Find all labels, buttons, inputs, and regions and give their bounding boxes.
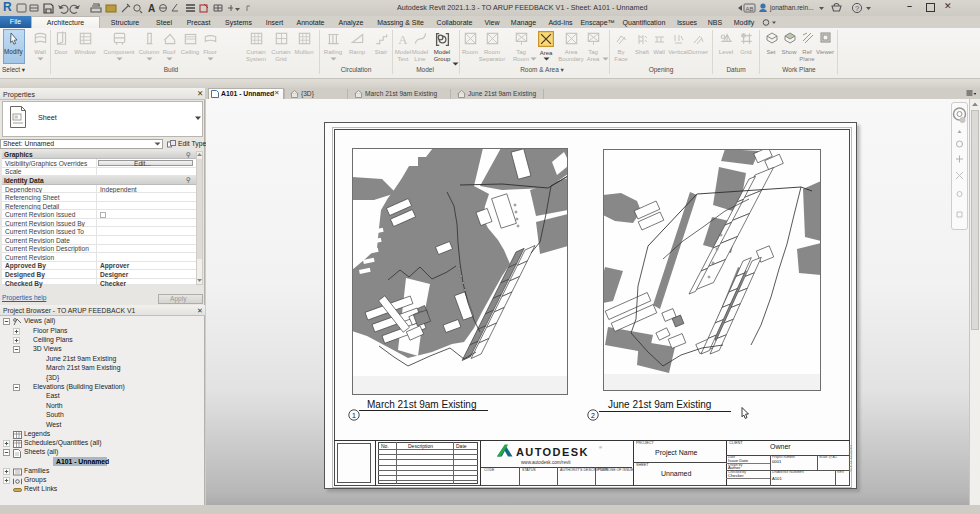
svg-text:A: A xyxy=(148,3,155,14)
svg-text:2: 2 xyxy=(591,412,595,419)
svg-text:AUTODESK: AUTODESK xyxy=(516,446,589,458)
svg-text:A: A xyxy=(398,33,408,46)
svg-text:®: ® xyxy=(599,445,602,450)
svg-text:AB: AB xyxy=(746,6,754,12)
svg-text:?: ? xyxy=(855,4,859,13)
svg-text:jonathan.rein...: jonathan.rein... xyxy=(769,4,814,12)
svg-text:1: 1 xyxy=(352,411,356,418)
